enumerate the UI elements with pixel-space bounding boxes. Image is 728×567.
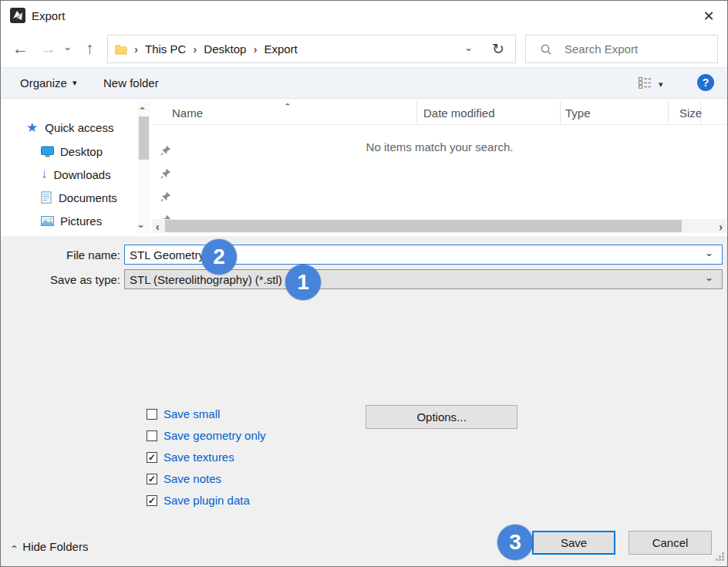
checkbox-icon[interactable] — [147, 430, 157, 441]
view-mode-icon[interactable] — [638, 76, 652, 89]
sidebar-item-label: Pictures — [60, 214, 102, 228]
annotation-circle-2: 2 — [201, 239, 237, 275]
checkbox-save-small[interactable]: Save small — [147, 407, 220, 420]
desktop-icon — [41, 146, 54, 157]
annotation-number: 2 — [213, 245, 225, 269]
sidebar-item-desktop[interactable]: Desktop — [41, 143, 141, 160]
scroll-down-icon[interactable]: › — [140, 221, 143, 232]
chevron-up-icon: › — [12, 541, 15, 552]
new-folder-button[interactable]: New folder — [103, 68, 159, 98]
command-toolbar: Organize ▾ New folder ▾ ? — [1, 67, 727, 99]
sidebar-item-quick-access[interactable]: ★ Quick access — [26, 119, 113, 136]
sidebar-item-downloads[interactable]: ↓ Downloads — [41, 166, 141, 183]
checkbox-icon[interactable]: ✓ — [147, 452, 157, 463]
column-label: Type — [565, 106, 591, 120]
file-list-horizontal-scrollbar[interactable]: ‹ › — [152, 219, 726, 233]
annotation-circle-1: 1 — [285, 265, 321, 300]
sidebar-item-documents[interactable]: Documents — [41, 189, 141, 206]
pin-icon — [160, 191, 171, 204]
scroll-left-icon[interactable]: ‹ — [156, 221, 160, 233]
forward-button[interactable]: → — [40, 40, 56, 56]
pictures-icon — [41, 216, 54, 226]
column-label: Date modified — [423, 106, 495, 120]
checkbox-save-geometry-only[interactable]: Save geometry only — [147, 429, 266, 442]
up-button[interactable]: ↑ — [86, 40, 94, 56]
column-label: Name — [172, 106, 203, 120]
new-folder-label: New folder — [103, 76, 159, 89]
sort-ascending-icon: › — [286, 100, 289, 109]
breadcrumb-desktop[interactable]: Desktop — [204, 42, 246, 56]
organize-button[interactable]: Organize ▾ — [20, 68, 76, 98]
annotation-number: 1 — [297, 270, 309, 295]
title-bar: Export ✕ — [1, 1, 727, 32]
search-box — [525, 35, 718, 63]
breadcrumb: › This PC › Desktop › Export › — [107, 35, 482, 63]
hide-folders-label: Hide Folders — [22, 540, 88, 553]
checkbox-icon[interactable]: ✓ — [147, 474, 157, 484]
breadcrumb-separator-icon: › — [253, 42, 257, 56]
quick-access-star-icon: ★ — [26, 120, 38, 136]
hide-folders-button[interactable]: › Hide Folders — [12, 540, 88, 553]
checkbox-label: Save small — [163, 407, 220, 420]
sidebar-item-pictures[interactable]: Pictures — [41, 212, 141, 229]
close-button[interactable]: ✕ — [696, 5, 721, 28]
organize-caret-icon: ▾ — [72, 78, 77, 88]
file-name-dropdown-chevron-icon[interactable]: › — [708, 249, 711, 261]
pin-icon — [160, 168, 171, 181]
horizontal-scrollbar-thumb[interactable] — [165, 220, 682, 232]
checkbox-label: Save plugin data — [163, 494, 250, 507]
save-button[interactable]: Save — [532, 531, 615, 555]
save-as-type-value: STL (Stereolithography) (*.stl) — [130, 273, 282, 286]
save-as-type-dropdown-chevron-icon[interactable]: › — [708, 274, 711, 285]
cancel-button[interactable]: Cancel — [629, 531, 712, 555]
app-icon — [10, 8, 25, 23]
downloads-icon: ↓ — [41, 167, 48, 182]
column-label: Size — [679, 106, 702, 120]
address-dropdown-chevron-icon[interactable]: › — [467, 44, 470, 56]
options-button[interactable]: Options... — [366, 405, 517, 429]
search-icon — [540, 43, 552, 56]
save-options-pane: File name: › Save as type: STL (Stereoli… — [1, 236, 727, 566]
help-button[interactable]: ? — [697, 74, 714, 91]
sidebar-item-label: Documents — [59, 191, 117, 204]
checkbox-save-notes[interactable]: ✓ Save notes — [147, 472, 221, 485]
export-dialog: Export ✕ ← → › ↑ › This PC › Desktop › E… — [0, 0, 728, 567]
scroll-right-icon[interactable]: › — [719, 221, 723, 233]
resize-grip[interactable] — [714, 551, 725, 564]
checkbox-label: Save textures — [163, 451, 234, 464]
folder-icon — [115, 44, 127, 55]
sidebar-scrollbar[interactable]: › › — [137, 101, 150, 234]
sidebar-item-label: Downloads — [54, 168, 111, 181]
breadcrumb-separator-icon: › — [193, 42, 197, 56]
sidebar-scrollbar-thumb[interactable] — [139, 116, 149, 160]
breadcrumb-export[interactable]: Export — [264, 42, 297, 56]
column-date-modified[interactable]: Date modified — [417, 101, 561, 124]
recent-locations-chevron-icon[interactable]: › — [66, 44, 69, 54]
back-button[interactable]: ← — [12, 40, 29, 56]
empty-results-message: No items match your search. — [152, 140, 727, 154]
breadcrumb-this-pc[interactable]: This PC — [145, 42, 186, 56]
sidebar-item-label: Quick access — [45, 121, 113, 134]
checkbox-save-textures[interactable]: ✓ Save textures — [147, 451, 234, 464]
sidebar-item-label: Desktop — [60, 145, 103, 158]
checkbox-label: Save notes — [163, 472, 221, 485]
checkbox-icon[interactable] — [147, 409, 157, 420]
view-mode-caret-icon[interactable]: ▾ — [659, 79, 663, 89]
organize-label: Organize — [20, 76, 67, 89]
breadcrumb-separator-icon: › — [134, 42, 138, 56]
column-size[interactable]: Size — [669, 101, 701, 124]
refresh-button[interactable]: ↻ — [481, 35, 516, 63]
column-type[interactable]: Type — [561, 101, 669, 124]
window-title: Export — [32, 9, 65, 22]
annotation-circle-3: 3 — [497, 525, 533, 560]
scroll-up-icon[interactable]: › — [140, 103, 143, 114]
search-input[interactable] — [563, 42, 705, 56]
column-header-row: Name Date modified Type Size — [152, 101, 726, 125]
file-name-label: File name: — [32, 248, 120, 262]
checkbox-icon[interactable]: ✓ — [147, 495, 157, 506]
save-as-type-label: Save as type: — [32, 273, 120, 286]
checkbox-save-plugin-data[interactable]: ✓ Save plugin data — [147, 494, 250, 507]
checkbox-label: Save geometry only — [163, 429, 266, 442]
annotation-number: 3 — [509, 530, 521, 555]
documents-icon — [41, 191, 52, 204]
